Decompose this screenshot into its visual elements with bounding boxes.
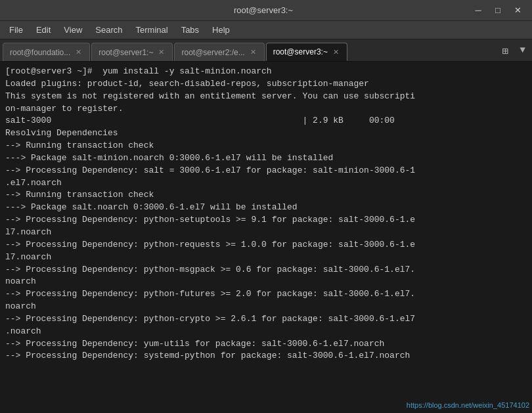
- window-title: root@server3:~: [58, 5, 469, 15]
- window-controls: ─ □ ✕: [469, 3, 527, 18]
- terminal-line: l7.noarch: [5, 251, 527, 264]
- terminal-line: Resolving Dependencies: [5, 127, 527, 140]
- terminal-line: --> Running transaction check: [5, 189, 527, 202]
- terminal-line: ---> Package salt.noarch 0:3000.6-1.el7 …: [5, 202, 527, 214]
- terminal-line: Loaded plugins: product-id, search-disab…: [5, 78, 527, 91]
- terminal-line: This system is not registered with an en…: [5, 91, 527, 103]
- tab-server1[interactable]: root@server1:~ ✕: [91, 43, 173, 61]
- menu-item-edit[interactable]: Edit: [30, 23, 57, 37]
- close-button[interactable]: ✕: [508, 3, 527, 18]
- tab-label: root@server3:~: [273, 47, 328, 56]
- titlebar: root@server3:~ ─ □ ✕: [0, 0, 532, 21]
- terminal-line: .noarch: [5, 326, 527, 338]
- terminal-line: on-manager to register.: [5, 103, 527, 116]
- new-tab-button[interactable]: ⊞: [498, 42, 512, 60]
- watermark: https://blog.csdn.net/weixin_45174102: [407, 401, 529, 409]
- menu-item-terminal[interactable]: Terminal: [129, 23, 175, 37]
- menu-item-tabs[interactable]: Tabs: [175, 23, 206, 37]
- terminal-line: --> Processing Dependency: python-crypto…: [5, 313, 527, 326]
- minimize-button[interactable]: ─: [469, 3, 487, 18]
- terminal-line: --> Processing Dependency: salt = 3000.6…: [5, 165, 527, 177]
- maximize-button[interactable]: □: [489, 3, 507, 18]
- terminal-line: noarch: [5, 301, 527, 313]
- tab-close-server2[interactable]: ✕: [249, 48, 257, 56]
- tab-close-server3[interactable]: ✕: [332, 48, 340, 56]
- terminal-line: l7.noarch: [5, 227, 527, 239]
- terminal-output: [root@server3 ~]# yum install -y salt-mi…: [0, 62, 532, 413]
- terminal-line: --> Processing Dependency: yum-utils for…: [5, 338, 527, 351]
- menu-item-view[interactable]: View: [57, 23, 89, 37]
- tab-server3[interactable]: root@server3:~ ✕: [266, 43, 347, 61]
- tab-dropdown-button[interactable]: ▼: [516, 42, 529, 58]
- terminal-line: --> Processing Dependency: python-future…: [5, 288, 527, 301]
- tab-close-foundation[interactable]: ✕: [74, 48, 83, 56]
- terminal-line: --> Processing Dependency: python-msgpac…: [5, 264, 527, 276]
- tab-foundation[interactable]: root@foundatio... ✕: [3, 43, 90, 61]
- tab-server2[interactable]: root@server2:/e... ✕: [174, 43, 264, 61]
- menu-item-search[interactable]: Search: [89, 23, 129, 37]
- tabsbar: root@foundatio... ✕ root@server1:~ ✕ roo…: [0, 39, 532, 62]
- terminal-line: .el7.noarch: [5, 177, 527, 190]
- terminal-line: salt-3000 | 2.9 kB 00:00: [5, 115, 527, 127]
- menu-item-help[interactable]: Help: [206, 23, 236, 37]
- terminal-line: noarch: [5, 276, 527, 288]
- menubar: FileEditViewSearchTerminalTabsHelp: [0, 21, 532, 39]
- tab-close-server1[interactable]: ✕: [157, 48, 166, 56]
- terminal-line: --> Processing Dependency: python-reques…: [5, 239, 527, 251]
- tab-label: root@server1:~: [99, 48, 153, 57]
- tab-label: root@foundatio...: [10, 48, 70, 57]
- terminal-line: --> Processing Dependency: python-setupt…: [5, 214, 527, 227]
- tab-label: root@server2:/e...: [181, 48, 244, 57]
- terminal-line: ---> Package salt-minion.noarch 0:3000.6…: [5, 152, 527, 165]
- terminal-line: [root@server3 ~]# yum install -y salt-mi…: [5, 66, 527, 78]
- terminal-line: --> Running transaction check: [5, 140, 527, 152]
- menu-item-file[interactable]: File: [3, 23, 30, 37]
- terminal-line: --> Processing Dependency: systemd-pytho…: [5, 350, 527, 362]
